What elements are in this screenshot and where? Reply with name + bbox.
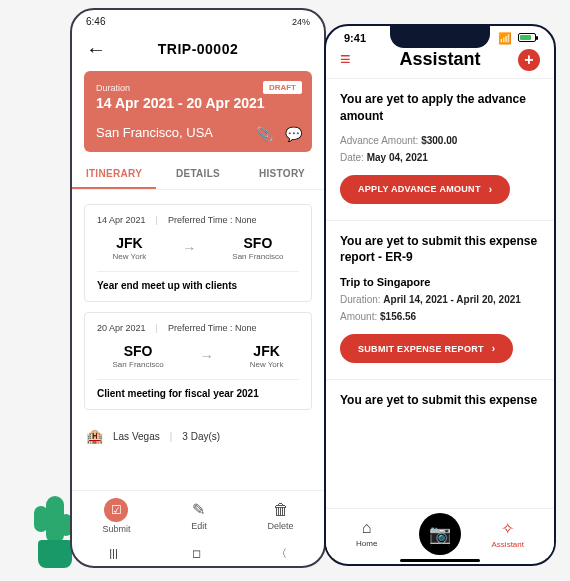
android-nav: ||| ◻ 〈 bbox=[72, 540, 324, 566]
leg-date: 20 Apr 2021 bbox=[97, 323, 146, 333]
submit-report-button[interactable]: SUBMIT EXPENSE REPORT › bbox=[340, 334, 513, 363]
card-title: You are yet to submit this expense bbox=[340, 392, 540, 409]
ios-phone-frame: 9:41 📶 ≡ Assistant + You are yet to appl… bbox=[324, 24, 556, 566]
home-icon: ⌂ bbox=[362, 519, 372, 537]
back-icon[interactable]: 〈 bbox=[276, 546, 287, 561]
card-title: You are yet to apply the advance amount bbox=[340, 91, 540, 125]
status-time: 9:41 bbox=[344, 32, 366, 45]
report-subtitle: Trip to Singapore bbox=[340, 276, 540, 288]
leg-title: Client meeting for fiscal year 2021 bbox=[97, 379, 299, 399]
tab-details[interactable]: DETAILS bbox=[156, 160, 240, 189]
leg-title: Year end meet up with clients bbox=[97, 271, 299, 291]
screen-header: ← TRIP-00002 bbox=[72, 33, 324, 65]
camera-icon: 📷 bbox=[429, 523, 451, 545]
assistant-feed: You are yet to apply the advance amount … bbox=[326, 78, 554, 506]
bottom-nav: ⌂ Home 📷 ✧ Assistant bbox=[326, 508, 554, 558]
comment-icon[interactable]: 💬 bbox=[285, 126, 302, 142]
itinerary-card[interactable]: 20 Apr 2021 | Preferred Time : None SFOS… bbox=[84, 312, 312, 410]
status-bar: 6:46 24% bbox=[72, 10, 324, 33]
arrow-icon: → bbox=[182, 240, 196, 256]
submit-icon: ☑ bbox=[111, 503, 122, 517]
status-badge: DRAFT bbox=[263, 81, 302, 94]
chevron-right-icon: › bbox=[492, 343, 496, 354]
menu-icon[interactable]: ≡ bbox=[340, 49, 351, 70]
home-icon[interactable]: ◻ bbox=[192, 547, 201, 560]
status-right: 24% bbox=[292, 17, 310, 27]
tab-itinerary[interactable]: ITINERARY bbox=[72, 160, 156, 189]
arrow-icon: → bbox=[200, 348, 214, 364]
back-icon[interactable]: ← bbox=[86, 38, 106, 61]
recent-apps-icon[interactable]: ||| bbox=[109, 547, 118, 559]
from-code: JFK bbox=[113, 235, 147, 251]
edit-button[interactable]: ✎ Edit bbox=[191, 500, 207, 531]
nav-home[interactable]: ⌂ Home bbox=[356, 519, 377, 548]
edit-icon: ✎ bbox=[192, 500, 205, 519]
trash-icon: 🗑 bbox=[273, 501, 289, 519]
leg-pref-time: Preferred Time : None bbox=[168, 215, 257, 225]
apply-advance-button[interactable]: APPLY ADVANCE AMOUNT › bbox=[340, 175, 510, 204]
android-phone-frame: 6:46 24% ← TRIP-00002 Duration 14 Apr 20… bbox=[70, 8, 326, 568]
itinerary-card[interactable]: 14 Apr 2021 | Preferred Time : None JFKN… bbox=[84, 204, 312, 302]
itinerary-list: 14 Apr 2021 | Preferred Time : None JFKN… bbox=[72, 190, 324, 452]
nav-assistant[interactable]: ✧ Assistant bbox=[492, 519, 524, 549]
assistant-icon: ✧ bbox=[501, 519, 514, 538]
leg-pref-time: Preferred Time : None bbox=[168, 323, 257, 333]
hotel-icon: 🏨 bbox=[86, 428, 103, 444]
assistant-card: You are yet to apply the advance amount … bbox=[326, 78, 554, 220]
status-time: 6:46 bbox=[86, 16, 105, 27]
action-bar: ☑ Submit ✎ Edit 🗑 Delete bbox=[72, 490, 324, 540]
chevron-right-icon: › bbox=[489, 184, 493, 195]
status-right: 📶 bbox=[498, 32, 536, 45]
trip-dates: 14 Apr 2021 - 20 Apr 2021 bbox=[96, 95, 300, 111]
attachment-icon[interactable]: 📎 bbox=[256, 126, 273, 142]
tab-history[interactable]: HISTORY bbox=[240, 160, 324, 189]
strip-duration: 3 Day(s) bbox=[182, 431, 220, 442]
tab-bar: ITINERARY DETAILS HISTORY bbox=[72, 160, 324, 190]
trip-summary-card: Duration 14 Apr 2021 - 20 Apr 2021 San F… bbox=[84, 71, 312, 152]
page-title: Assistant bbox=[399, 49, 480, 70]
itinerary-card[interactable]: 🏨 Las Vegas | 3 Day(s) bbox=[84, 420, 312, 452]
submit-button[interactable]: ☑ Submit bbox=[102, 498, 130, 534]
phone-notch bbox=[390, 26, 490, 48]
page-title: TRIP-00002 bbox=[158, 41, 238, 57]
camera-button[interactable]: 📷 bbox=[419, 513, 461, 555]
to-code: SFO bbox=[232, 235, 283, 251]
leg-date: 14 Apr 2021 bbox=[97, 215, 146, 225]
add-button[interactable]: + bbox=[518, 49, 540, 71]
assistant-card: You are yet to submit this expense bbox=[326, 379, 554, 435]
screen-header: ≡ Assistant + bbox=[326, 45, 554, 78]
assistant-card: You are yet to submit this expense repor… bbox=[326, 220, 554, 380]
strip-city: Las Vegas bbox=[113, 431, 160, 442]
ios-home-indicator[interactable] bbox=[400, 559, 480, 562]
delete-button[interactable]: 🗑 Delete bbox=[268, 501, 294, 531]
card-title: You are yet to submit this expense repor… bbox=[340, 233, 540, 267]
